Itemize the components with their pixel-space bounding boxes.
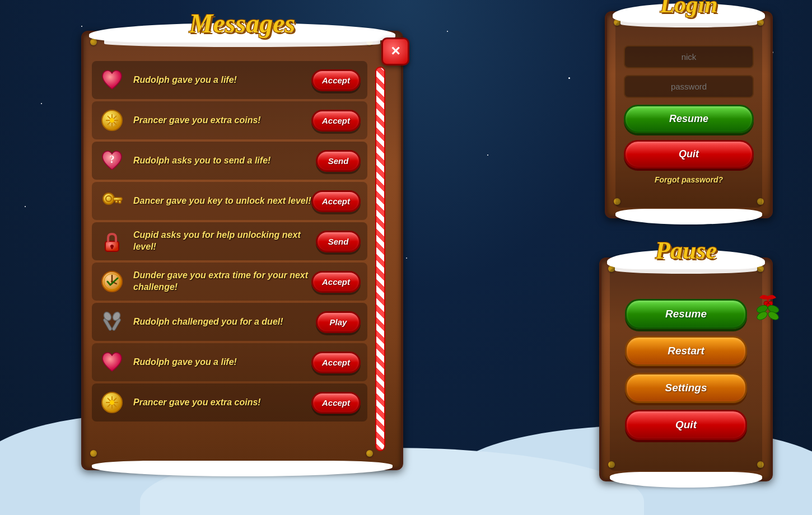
svg-point-29 xyxy=(110,400,114,405)
heart-icon xyxy=(99,67,125,93)
lock-icon xyxy=(99,228,125,255)
message-row: Rudolph gave you a life! Accept xyxy=(92,343,367,381)
accept-button[interactable]: Accept xyxy=(311,392,361,414)
question-heart-icon: ? xyxy=(99,147,125,174)
star xyxy=(81,26,82,27)
message-row: Cupid asks you for help unlocking next l… xyxy=(92,222,367,260)
star xyxy=(568,77,570,79)
send-button[interactable]: Send xyxy=(316,231,361,252)
coin-icon xyxy=(99,389,125,416)
message-text: Cupid asks you for help unlocking next l… xyxy=(133,230,316,253)
svg-point-7 xyxy=(103,193,114,204)
axe-icon xyxy=(99,308,125,335)
pause-menu: Resume Restart Settings Quit xyxy=(610,268,762,471)
settings-button[interactable]: Settings xyxy=(625,373,747,403)
svg-rect-14 xyxy=(111,246,113,249)
accept-button[interactable]: Accept xyxy=(311,271,361,293)
login-panel-snow-bottom xyxy=(615,209,762,224)
heart-icon xyxy=(99,349,125,376)
message-row: Rudolph challenged you for a duel! Play xyxy=(92,303,367,341)
login-title: Login xyxy=(660,0,718,18)
restart-button[interactable]: Restart xyxy=(625,336,747,366)
message-text: Dunder gave you extra time for your next… xyxy=(133,270,311,293)
resume-button[interactable]: Resume xyxy=(624,105,754,133)
forgot-password-link[interactable]: Forgot password? xyxy=(655,175,723,184)
message-text: Prancer gave you extra coins! xyxy=(133,397,311,409)
send-button[interactable]: Send xyxy=(316,150,361,172)
resume-button[interactable]: Resume xyxy=(625,299,747,329)
accept-button[interactable]: Accept xyxy=(311,352,361,373)
message-row: Prancer gave you extra coins! Accept xyxy=(92,383,367,422)
star xyxy=(447,31,448,32)
login-form: Resume Quit Forgot password? xyxy=(615,22,762,208)
play-button[interactable]: Play xyxy=(316,311,361,333)
password-input[interactable] xyxy=(624,75,754,98)
message-row: Dancer gave you key to unlock next level… xyxy=(92,182,367,220)
key-icon xyxy=(99,188,125,214)
svg-rect-10 xyxy=(119,200,121,203)
messages-panel: Messages Rudolph gave you a life! Ac xyxy=(81,31,403,470)
coin-icon xyxy=(99,107,125,134)
pause-title: Pause xyxy=(655,236,717,265)
message-text: Rudolph asks you to send a life! xyxy=(133,155,316,167)
message-text: Rudolph gave you a life! xyxy=(133,357,311,368)
mistletoe-decoration xyxy=(754,293,782,327)
close-button[interactable] xyxy=(381,38,409,65)
message-row: Prancer gave you extra coins! Accept xyxy=(92,101,367,139)
pause-panel: Pause Resume Restart Settings Quit xyxy=(599,258,773,481)
message-row: ? Rudolph asks you to send a life! Send xyxy=(92,142,367,180)
star xyxy=(41,103,42,104)
quit-button[interactable]: Quit xyxy=(625,410,747,440)
message-row: Dunder gave you extra time for your next… xyxy=(92,263,367,301)
message-row: Rudolph gave you a life! Accept xyxy=(92,61,367,99)
accept-button[interactable]: Accept xyxy=(311,69,361,91)
nick-input[interactable] xyxy=(624,45,754,68)
message-text: Prancer gave you extra coins! xyxy=(133,115,311,127)
svg-point-5 xyxy=(110,118,114,123)
messages-list: Rudolph gave you a life! Accept xyxy=(92,61,367,457)
clock-icon xyxy=(99,268,125,295)
star xyxy=(25,206,26,207)
star xyxy=(487,154,488,156)
svg-text:?: ? xyxy=(110,154,115,165)
message-text: Rudolph challenged you for a duel! xyxy=(133,316,316,328)
nail-top-left xyxy=(90,39,97,45)
accept-button[interactable]: Accept xyxy=(311,110,361,132)
svg-rect-11 xyxy=(115,200,118,203)
messages-title: Messages xyxy=(189,8,295,39)
accept-button[interactable]: Accept xyxy=(311,190,361,212)
message-text: Dancer gave you key to unlock next level… xyxy=(133,195,311,207)
svg-rect-9 xyxy=(113,198,122,200)
scrollbar[interactable] xyxy=(375,67,385,451)
login-panel: Login Resume Quit Forgot password? xyxy=(605,11,773,218)
star xyxy=(406,258,407,259)
quit-button[interactable]: Quit xyxy=(624,140,754,168)
message-text: Rudolph gave you a life! xyxy=(133,74,311,86)
